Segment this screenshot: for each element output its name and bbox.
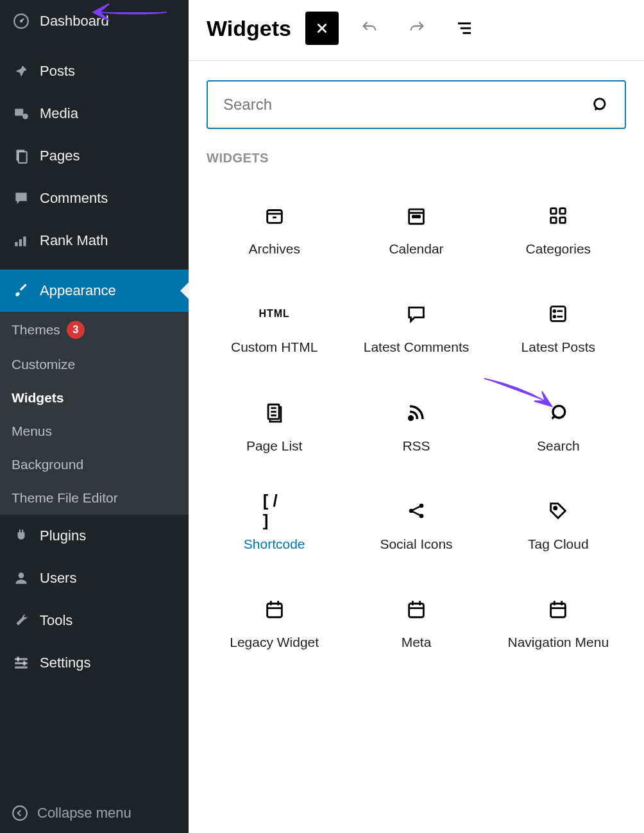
brush-icon (12, 281, 31, 300)
widget-label: Calendar (389, 240, 443, 257)
sidebar-item-appearance[interactable]: Appearance (0, 270, 189, 312)
svg-rect-14 (23, 661, 25, 666)
svg-point-28 (554, 316, 555, 318)
widget-label: Shortcode (244, 535, 305, 553)
appearance-submenu: Themes 3 Customize Widgets Menus Backgro… (0, 312, 189, 515)
sidebar-item-pages[interactable]: Pages (0, 135, 189, 177)
widget-search-box[interactable] (207, 80, 626, 129)
svg-point-21 (418, 216, 420, 218)
svg-point-30 (409, 416, 413, 420)
sidebar-label: Settings (40, 655, 91, 671)
submenu-item-background[interactable]: Background (0, 448, 189, 481)
widget-search[interactable]: Search (491, 388, 626, 467)
widget-custom-html[interactable]: HTML Custom HTML (207, 289, 342, 368)
widget-label: Latest Posts (521, 338, 596, 356)
svg-rect-36 (267, 604, 282, 617)
svg-point-19 (412, 216, 414, 218)
widget-archives[interactable]: Archives (207, 191, 342, 270)
dashboard-icon (12, 12, 31, 31)
widget-categories[interactable]: Categories (491, 191, 626, 270)
sidebar-label: Tools (40, 612, 72, 629)
comment-icon (12, 189, 31, 208)
pin-icon (12, 62, 31, 81)
undo-button[interactable] (353, 12, 386, 45)
shortcode-icon: [ / ] (263, 499, 286, 522)
widget-tag-cloud[interactable]: Tag Cloud (491, 486, 626, 565)
wrench-icon (12, 611, 31, 630)
sidebar-item-tools[interactable]: Tools (0, 599, 189, 642)
svg-rect-8 (23, 237, 26, 246)
svg-point-1 (20, 20, 22, 22)
widget-latest-posts[interactable]: Latest Posts (491, 289, 626, 368)
calendar-icon (263, 597, 286, 621)
widget-rss[interactable]: RSS (348, 388, 484, 467)
svg-rect-11 (15, 662, 28, 664)
widget-shortcode[interactable]: [ / ] Shortcode (207, 486, 342, 565)
html-icon: HTML (263, 302, 286, 325)
page-title: Widgets (207, 16, 291, 41)
plug-icon (12, 526, 31, 545)
widgets-section-label: WIDGETS (207, 151, 626, 166)
sidebar-label: Posts (40, 63, 75, 80)
submenu-item-menus[interactable]: Menus (0, 415, 189, 448)
submenu-item-themes[interactable]: Themes 3 (0, 312, 189, 348)
sidebar-item-media[interactable]: Media (0, 92, 189, 135)
tag-icon (547, 499, 570, 522)
sidebar-item-comments[interactable]: Comments (0, 177, 189, 219)
widget-label: Social Icons (380, 535, 452, 553)
undo-icon (360, 19, 378, 37)
close-inserter-button[interactable] (305, 12, 339, 45)
widget-label: Latest Comments (364, 338, 470, 356)
list-view-button[interactable] (448, 12, 481, 45)
widget-label: Categories (526, 240, 591, 257)
search-icon (591, 96, 609, 114)
chart-icon (12, 231, 31, 250)
pages-icon (12, 146, 31, 166)
widget-latest-comments[interactable]: Latest Comments (348, 289, 484, 368)
sidebar-item-dashboard[interactable]: Dashboard (0, 0, 189, 42)
widget-calendar[interactable]: Calendar (348, 191, 484, 270)
widget-label: Tag Cloud (528, 535, 589, 553)
svg-rect-26 (551, 307, 566, 322)
sidebar-item-settings[interactable]: Settings (0, 642, 189, 684)
search-icon (547, 401, 570, 424)
widget-meta[interactable]: Meta (348, 585, 484, 664)
svg-rect-12 (15, 666, 28, 668)
grid-icon (547, 204, 570, 227)
archive-icon (263, 204, 286, 227)
sidebar-label: Rank Math (40, 232, 108, 249)
widget-legacy-widget[interactable]: Legacy Widget (207, 585, 342, 664)
sidebar-label: Dashboard (40, 13, 109, 30)
submenu-label: Themes (12, 322, 60, 338)
sidebar-label: Media (40, 105, 78, 122)
sidebar-item-posts[interactable]: Posts (0, 50, 189, 92)
sliders-icon (12, 653, 31, 673)
sidebar-item-rankmath[interactable]: Rank Math (0, 219, 189, 262)
media-icon (12, 104, 31, 123)
sidebar-label: Plugins (40, 528, 86, 544)
submenu-item-customize[interactable]: Customize (0, 348, 189, 381)
submenu-label: Customize (12, 357, 75, 372)
widget-label: Page List (246, 437, 303, 454)
svg-point-9 (19, 572, 24, 578)
sidebar-item-users[interactable]: Users (0, 557, 189, 599)
svg-rect-38 (551, 604, 566, 617)
search-input[interactable] (223, 96, 591, 114)
redo-button[interactable] (400, 12, 434, 45)
sidebar-item-plugins[interactable]: Plugins (0, 515, 189, 557)
widget-social-icons[interactable]: Social Icons (348, 486, 484, 565)
submenu-item-widgets[interactable]: Widgets (0, 381, 189, 415)
widget-page-list[interactable]: Page List (207, 388, 342, 467)
sidebar-label: Appearance (40, 282, 116, 299)
widget-navigation-menu[interactable]: Navigation Menu (491, 585, 626, 664)
main-panel: Widgets WIDGETS Archives Calendar (189, 0, 644, 833)
submenu-label: Theme File Editor (12, 490, 118, 506)
collapse-menu-button[interactable]: Collapse menu (0, 793, 189, 833)
pagelist-icon (263, 401, 286, 424)
redo-icon (408, 19, 426, 37)
list-icon (547, 302, 570, 325)
svg-rect-2 (15, 108, 23, 116)
svg-rect-25 (560, 218, 566, 223)
share-icon (405, 499, 428, 522)
submenu-item-theme-file-editor[interactable]: Theme File Editor (0, 481, 189, 515)
